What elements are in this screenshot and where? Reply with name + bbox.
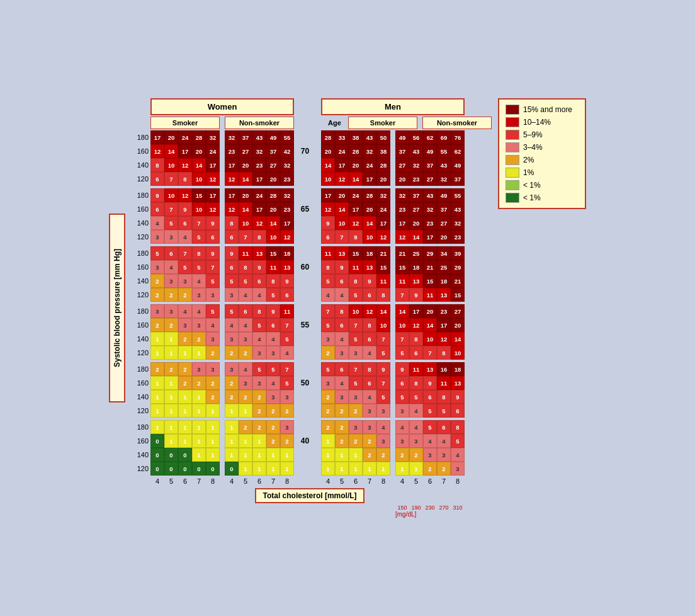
risk-cell: 9	[423, 376, 437, 390]
risk-cell: 3	[164, 274, 178, 288]
age-label	[294, 274, 316, 288]
risk-cell: 6	[280, 288, 294, 302]
age-label: 55	[294, 318, 316, 332]
grid-row: 456798101214179101214171720232732	[150, 216, 465, 230]
risk-cell: 4	[164, 260, 178, 274]
risk-cell: 1	[192, 420, 206, 434]
risk-cell: 49	[395, 130, 409, 144]
risk-cell: 24	[335, 144, 349, 158]
risk-cell: 37	[451, 172, 465, 186]
risk-cell: 17	[252, 202, 266, 216]
legend-swatch	[506, 193, 519, 203]
bp-label: 120	[128, 172, 150, 186]
risk-cell: 7	[395, 288, 409, 302]
grid-row: 810121417172023273214172024282732374349	[150, 158, 465, 172]
risk-cell: 8	[266, 274, 280, 288]
age-label	[294, 288, 316, 302]
risk-cell: 2	[178, 332, 192, 346]
risk-cell: 2	[192, 376, 206, 390]
risk-cell: 1	[206, 448, 220, 462]
risk-cell: 9	[280, 274, 294, 288]
risk-cell: 20	[437, 230, 451, 244]
risk-cell: 4	[363, 390, 376, 404]
risk-cell: 20	[349, 158, 363, 172]
risk-cell: 5	[376, 390, 390, 404]
main-table-area: WomenMenSmokerNon-smokerAgeSmokerNon-smo…	[128, 98, 492, 518]
risk-cell: 12	[206, 202, 220, 216]
risk-cell: 3	[409, 434, 423, 448]
risk-cell: 6	[437, 420, 451, 434]
risk-cell: 32	[206, 130, 220, 144]
risk-cell: 43	[423, 188, 437, 202]
risk-cell: 37	[409, 188, 423, 202]
top-headers-row: WomenMen	[150, 98, 492, 115]
risk-cell: 4	[376, 420, 390, 434]
bp-label: 160	[128, 434, 150, 448]
risk-cell: 56	[409, 130, 423, 144]
legend-swatch	[506, 168, 519, 178]
risk-cell: 4	[206, 318, 220, 332]
grid-row: 679101212141720236512141720242327323743	[150, 202, 465, 216]
x-axis-label: 7	[363, 477, 376, 485]
legend-label: 15% and more	[523, 105, 572, 114]
risk-cell: 1	[349, 462, 363, 476]
risk-cell: 9	[376, 362, 390, 376]
risk-cell: 7	[423, 346, 437, 360]
risk-cell: 43	[252, 130, 266, 144]
risk-cell: 3	[423, 448, 437, 462]
risk-cell: 4	[266, 332, 280, 346]
risk-cell: 17	[321, 188, 335, 202]
risk-cell: 18	[363, 246, 376, 260]
x-axis-label: 5	[335, 477, 349, 485]
risk-cell: 6	[335, 318, 349, 332]
risk-cell: 2	[206, 346, 220, 360]
x-axis-label: 7	[192, 477, 206, 485]
grid-row: 222333455756789911131618	[150, 362, 465, 376]
risk-cell: 2	[349, 404, 363, 418]
risk-cell: 21	[395, 246, 409, 260]
risk-cell: 2	[150, 274, 164, 288]
risk-cell: 0	[178, 462, 192, 476]
risk-cell: 6	[178, 216, 192, 230]
risk-cell: 1	[280, 448, 294, 462]
bp-label: 180	[128, 304, 150, 318]
risk-cell: 0	[150, 448, 164, 462]
bp-label: 160	[128, 144, 150, 158]
risk-cell: 6	[266, 318, 280, 332]
risk-cell: 23	[395, 202, 409, 216]
risk-cell: 18	[409, 260, 423, 274]
sub-header: Smoker	[348, 117, 417, 129]
risk-cell: 18	[280, 246, 294, 260]
grid-row: 0111111122401222333445	[150, 434, 465, 448]
risk-cell: 76	[451, 130, 465, 144]
risk-cell: 2	[150, 288, 164, 302]
mg-dl-label: 150	[395, 505, 409, 511]
risk-cell: 2	[321, 390, 335, 404]
risk-cell: 55	[451, 188, 465, 202]
risk-cell: 5	[225, 274, 239, 288]
risk-cell: 6	[150, 172, 164, 186]
risk-cell: 20	[423, 304, 437, 318]
risk-cell: 17	[225, 158, 239, 172]
risk-cell: 7	[335, 230, 349, 244]
grid-row: 11111112222223334556	[150, 404, 465, 418]
risk-cell: 14	[321, 158, 335, 172]
risk-cell: 1	[225, 404, 239, 418]
risk-cell: 11	[321, 246, 335, 260]
x-axis-label: 8	[280, 477, 294, 485]
risk-cell: 2	[321, 420, 335, 434]
legend-label: 10–14%	[523, 118, 551, 127]
risk-cell: 4	[321, 288, 335, 302]
legend-label: 2%	[523, 156, 534, 164]
risk-cell: 1	[164, 376, 178, 390]
risk-cell: 23	[252, 158, 266, 172]
risk-cell: 2	[192, 332, 206, 346]
age-label	[294, 346, 316, 360]
risk-cell: 15	[376, 260, 390, 274]
risk-cell: 13	[409, 274, 423, 288]
bp-label: 140	[128, 158, 150, 172]
risk-cell: 6	[321, 230, 335, 244]
grid-row: 22233344564456879111315	[150, 288, 465, 302]
risk-cell: 13	[280, 260, 294, 274]
risk-cell: 49	[423, 144, 437, 158]
